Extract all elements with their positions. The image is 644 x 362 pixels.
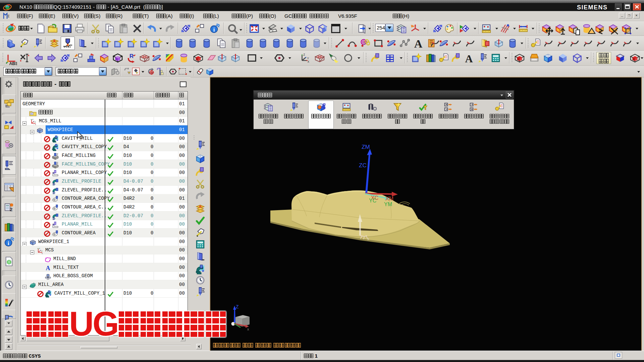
svg-text:Z: Z (236, 304, 239, 309)
svg-text:YM: YM (384, 201, 392, 207)
svg-text:x: x (367, 237, 369, 241)
svg-text:XM: XM (385, 196, 393, 201)
svg-text:2: 2 (10, 206, 12, 212)
svg-text:ZM: ZM (362, 144, 370, 150)
svg-text:x: x (247, 327, 249, 331)
svg-text:ZC: ZC (359, 162, 367, 169)
svg-text:YC: YC (369, 198, 376, 203)
